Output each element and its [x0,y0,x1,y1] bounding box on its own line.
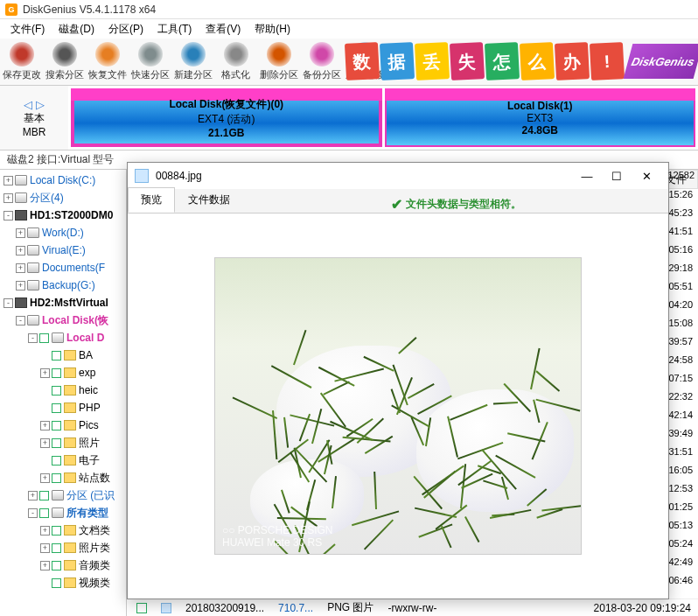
toolbar-label: 备份分区 [303,68,341,81]
tree-item[interactable]: PHP [0,399,126,416]
expand-icon[interactable]: + [16,246,25,256]
expand-icon[interactable]: + [16,228,25,238]
expand-icon[interactable]: + [40,438,50,448]
tree-item[interactable]: +Virual(E:) [0,242,126,259]
tree-item[interactable]: +照片 [0,434,126,452]
tree-item[interactable]: -Local Disk(恢 [0,312,126,329]
tree-checkbox[interactable] [39,333,49,343]
nav-arrows-icon[interactable]: ◁ ▷ [24,98,45,111]
expand-icon[interactable]: - [28,508,38,518]
tree-label: Local Disk(C:) [30,174,95,186]
tree-checkbox[interactable] [52,351,61,360]
partition-block[interactable]: Local Disk(1)EXT324.8GB [385,88,696,147]
tree-item[interactable]: 视频类 [0,574,126,592]
tree-item[interactable]: +分区 (已识 [0,486,126,504]
toolbar-恢复文件[interactable]: 恢复文件 [86,39,129,85]
drive-icon [52,508,64,518]
tree-item[interactable]: -所有类型 [0,504,126,522]
tree-item[interactable]: +文档类 [0,522,126,539]
fold-icon [64,420,76,430]
tree-item[interactable]: +站点数 [0,469,126,486]
menu-item[interactable]: 磁盘(D) [52,20,101,38]
menu-item[interactable]: 工具(T) [150,20,199,38]
expand-icon[interactable]: + [40,561,50,570]
file-checkbox[interactable] [136,603,147,613]
tree-item[interactable]: +照片类 [0,539,126,556]
toolbar-新建分区[interactable]: 新建分区 [171,39,214,85]
tree-label: 视频类 [79,576,110,591]
tree-checkbox[interactable] [52,438,61,448]
menu-item[interactable]: 分区(P) [101,20,150,38]
watermark: ○○ PORSCHE DESIGN HUAWEI Mate 30 RS [222,524,333,549]
disk-tree[interactable]: +Local Disk(C:)+分区(4)-HD1:ST2000DM0+Work… [0,170,127,616]
tree-item[interactable]: BA [0,346,126,364]
expand-icon[interactable]: + [16,281,25,290]
expand-icon[interactable]: + [3,193,13,203]
preview-titlebar[interactable]: 00884.jpg — ☐ ✕ [128,163,668,189]
tree-item[interactable]: -HD1:ST2000DM0 [0,206,126,224]
tree-item[interactable]: +Pics [0,416,126,434]
expand-icon[interactable]: + [40,543,50,553]
expand-icon[interactable]: - [28,333,38,343]
expand-icon[interactable]: - [3,298,13,308]
tree-checkbox[interactable] [52,561,61,570]
tree-checkbox[interactable] [52,473,61,483]
tree-item[interactable]: +Work(D:) [0,224,126,242]
partition-block[interactable]: Local Disk(恢复文件)(0)EXT4 (活动)21.1GB [71,88,382,147]
tree-item[interactable]: +exp [0,364,126,382]
tree-checkbox[interactable] [52,578,61,588]
tree-checkbox[interactable] [52,368,61,378]
tree-label: Virual(E:) [42,244,86,256]
toolbar-备份分区[interactable]: 备份分区 [300,39,343,85]
menu-item[interactable]: 查看(V) [199,20,248,38]
tree-checkbox[interactable] [52,543,61,553]
check-icon: ✔ [391,196,402,213]
maximize-button[interactable]: ☐ [602,165,632,186]
file-list-row[interactable]: 201803200919... 710.7... PNG 图片 -rwxrw-r… [131,598,698,616]
tree-checkbox[interactable] [52,421,61,430]
file-type-icon [161,603,171,613]
tab-preview[interactable]: 预览 [128,187,175,213]
close-button[interactable]: ✕ [632,165,661,186]
tree-label: exp [79,367,95,379]
fold-icon [64,472,76,483]
minimize-button[interactable]: — [572,165,602,186]
drive-icon [27,262,39,273]
menu-item[interactable]: 帮助(H) [248,20,297,38]
tree-item[interactable]: +Local Disk(C:) [0,172,126,189]
tree-item[interactable]: -HD2:MsftVirtual [0,294,126,312]
expand-icon[interactable]: + [3,176,13,186]
expand-icon[interactable]: - [16,316,25,326]
toolbar-label: 新建分区 [174,68,213,81]
expand-icon[interactable]: - [3,211,13,220]
expand-icon[interactable]: + [40,526,50,536]
expand-icon[interactable]: + [16,263,25,273]
tree-checkbox[interactable] [39,508,49,518]
tree-item[interactable]: +分区(4) [0,189,126,206]
tree-checkbox[interactable] [52,456,61,466]
toolbar-保存更改[interactable]: 保存更改 [0,39,43,85]
banner-char: 失 [450,42,485,80]
tree-checkbox[interactable] [39,491,49,500]
expand-icon[interactable]: + [40,421,50,430]
tree-item[interactable]: +音频类 [0,556,126,574]
toolbar-快速分区[interactable]: 快速分区 [129,39,171,85]
toolbar-格式化[interactable]: 格式化 [214,39,257,85]
tree-checkbox[interactable] [52,403,61,413]
menu-item[interactable]: 文件(F) [3,20,52,38]
tree-item[interactable]: +Documents(F [0,259,126,276]
toolbar-label: 删除分区 [260,68,298,81]
tree-item[interactable]: heic [0,382,126,399]
tree-item[interactable]: -Local D [0,329,126,346]
toolbar-搜索分区[interactable]: 搜索分区 [43,39,86,85]
tree-checkbox[interactable] [52,386,61,396]
tree-item[interactable]: +Backup(G:) [0,276,126,294]
banner-char: 怎 [485,42,520,80]
expand-icon[interactable]: + [28,491,38,500]
tree-item[interactable]: 电子 [0,452,126,469]
tree-checkbox[interactable] [52,526,61,536]
expand-icon[interactable]: + [40,473,50,483]
expand-icon[interactable]: + [40,368,50,378]
toolbar-删除分区[interactable]: 删除分区 [257,39,300,85]
tab-filedata[interactable]: 文件数据 [175,187,243,213]
